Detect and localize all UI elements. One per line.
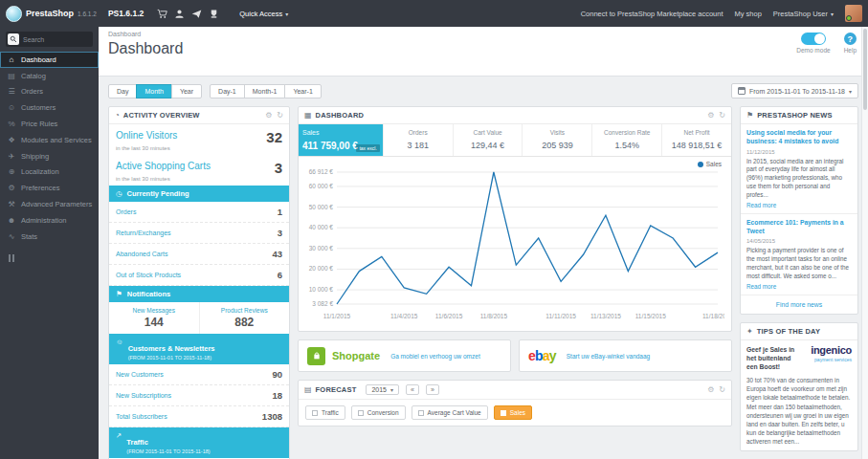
user-menu[interactable]: PrestaShop User ▾ (773, 10, 834, 18)
shopgate-promo-link[interactable]: Ga mobiel en verhoog uw omzet (390, 353, 480, 360)
dashboard-panel: ▦ DASHBOARD ⚙ ↻ Sales 411 759,00 € tax e… (298, 106, 732, 332)
sidebar-item-administration[interactable]: ☻ Administration (0, 212, 99, 229)
legend-chip-average-cart-value[interactable]: Average Cart Value (412, 405, 488, 420)
marketplace-link[interactable]: Connect to PrestaShop Marketplace accoun… (581, 10, 723, 18)
customer-icon[interactable] (170, 5, 188, 22)
new-messages-stat[interactable]: New Messages 144 (109, 302, 199, 334)
sidebar-item-orders[interactable]: ☰ Orders (0, 84, 99, 100)
gear-icon[interactable]: ⚙ (265, 111, 272, 120)
next-year-button[interactable]: » (426, 384, 439, 395)
panel-header: ⚑ PRESTASHOP NEWS (741, 107, 857, 124)
legend-chip-traffic[interactable]: Traffic (305, 405, 345, 420)
refresh-icon[interactable]: ↻ (277, 111, 283, 120)
article-title-link[interactable]: Using social media for your business: 4 … (746, 129, 852, 146)
online-visitors-sub: in the last 30 minutes (116, 145, 282, 151)
prestashop-logo-icon (6, 6, 22, 22)
cart-icon[interactable] (153, 5, 170, 22)
refresh-icon[interactable]: ↻ (719, 111, 725, 120)
paper-plane-icon[interactable] (188, 5, 205, 22)
filter-month-button[interactable]: Month (136, 84, 171, 98)
product-reviews-stat[interactable]: Product Reviews 882 (199, 302, 290, 334)
customers-row-total-subscribers[interactable]: Total Subscribers 1308 (109, 406, 289, 427)
checkbox-icon (418, 410, 424, 416)
filter-year-button[interactable]: Year (171, 84, 202, 98)
svg-text:11/6/2015: 11/6/2015 (435, 313, 463, 319)
tips-content: Geef je Sales in het buitenland een Boos… (741, 340, 857, 451)
sidebar-item-stats[interactable]: ∿ Stats (0, 229, 99, 245)
date-range-picker[interactable]: From 2015-11-01 To 2015-11-18 ▾ (731, 83, 858, 98)
filter-day-button[interactable]: Day (108, 84, 137, 98)
svg-text:11/15/2015: 11/15/2015 (635, 313, 666, 319)
scrollbar-thumb[interactable] (863, 29, 867, 110)
pending-row-out-of-stock[interactable]: Out of Stock Products 6 (109, 265, 289, 286)
pending-row-orders[interactable]: Orders 1 (109, 202, 289, 223)
my-shop-link[interactable]: My shop (735, 10, 762, 18)
customers-row-new-customers[interactable]: New Customers 90 (109, 364, 289, 385)
ebay-promo-link[interactable]: Start uw eBay-winkel vandaag (567, 353, 650, 360)
kpi-tab-visits[interactable]: Visits 205 939 (523, 124, 592, 156)
filter-day-1-button[interactable]: Day-1 (210, 84, 245, 98)
pending-row-returns[interactable]: Return/Exchanges 3 (109, 223, 289, 244)
help-button[interactable]: ? Help (844, 33, 857, 54)
avatar[interactable] (845, 5, 862, 22)
pending-row-abandoned-carts[interactable]: Abandoned Carts 43 (109, 244, 289, 265)
prestashop-logo[interactable]: PrestaShop 1.6.1.2 (0, 6, 102, 22)
year-select[interactable]: 2015 ▾ (366, 384, 399, 395)
kpi-tab-net-profit[interactable]: Net Profit 148 918,51 € (662, 124, 731, 156)
sidebar-collapse-button[interactable] (9, 254, 99, 262)
article-excerpt: In 2015, social media are an integral pa… (746, 158, 852, 200)
article-title-link[interactable]: Ecommerce 101: Payments in a Tweet (746, 219, 852, 236)
shopgate-brand: Shopgate (332, 350, 380, 361)
sidebar-item-label: Stats (21, 232, 37, 241)
filter-month-1-button[interactable]: Month-1 (244, 84, 286, 98)
demo-mode-toggle[interactable]: Demo mode (796, 33, 830, 54)
customers-title: Customers & Newsletters (128, 344, 215, 353)
online-visitors-label: Online Visitors (116, 130, 177, 141)
customers-row-new-subscriptions[interactable]: New Subscriptions 18 (109, 385, 289, 406)
online-visitors-value: 32 (266, 130, 282, 144)
refresh-icon[interactable]: ↻ (719, 385, 725, 394)
chart-legend[interactable]: Sales (698, 161, 722, 167)
chevron-down-icon: ▾ (831, 11, 834, 17)
kpi-tab-sales[interactable]: Sales 411 759,00 € tax excl. (299, 124, 384, 156)
legend-chip-sales[interactable]: Sales (494, 405, 532, 420)
sidebar-item-preferences[interactable]: ⚙ Preferences (0, 180, 99, 196)
svg-text:11/13/2015: 11/13/2015 (590, 313, 621, 319)
sidebar-item-modules[interactable]: ❖ Modules and Services (0, 132, 99, 148)
logo-version: 1.6.1.2 (78, 11, 97, 17)
sidebar-menu: ⌂ Dashboard ▤ Catalog ☰ Orders ☺ Custome… (0, 52, 99, 245)
sidebar-item-catalog[interactable]: ▤ Catalog (0, 68, 99, 84)
active-carts-stat[interactable]: Active Shopping Carts 3 in the last 30 m… (109, 155, 289, 186)
tips-of-the-day-panel: ✦ TIPS OF THE DAY Geef je Sales in het b… (740, 322, 858, 452)
gear-icon[interactable]: ⚙ (707, 385, 714, 394)
prev-year-button[interactable]: « (406, 384, 419, 395)
toggle-switch-icon[interactable] (801, 33, 826, 45)
quick-access-menu[interactable]: Quick Access ▾ (232, 0, 296, 27)
read-more-link[interactable]: Read more (746, 202, 852, 208)
currently-pending-header: ◷ Currently Pending (109, 186, 289, 202)
legend-chip-conversion[interactable]: Conversion (351, 405, 406, 420)
svg-text:66 912 €: 66 912 € (309, 168, 334, 175)
filter-year-1-button[interactable]: Year-1 (284, 84, 321, 98)
gear-icon[interactable]: ⚙ (707, 111, 714, 120)
sidebar-item-shipping[interactable]: ✈ Shipping (0, 148, 99, 164)
scrollbar[interactable] (861, 27, 868, 459)
activity-overview-panel: ◔ ACTIVITY OVERVIEW ⚙ ↻ Online Visitors … (108, 106, 290, 459)
kpi-tab-conversion-rate[interactable]: Conversion Rate 1.54% (592, 124, 662, 156)
flag-icon: ⚑ (116, 290, 122, 298)
sidebar-item-price-rules[interactable]: % Price Rules (0, 116, 99, 132)
sidebar-item-advanced-parameters[interactable]: ⚒ Advanced Parameters (0, 196, 99, 212)
article-excerpt: Picking a payment provider is one of the… (746, 247, 852, 280)
online-visitors-stat[interactable]: Online Visitors 32 in the last 30 minute… (109, 124, 289, 155)
sidebar-item-localization[interactable]: ⊕ Localization (0, 164, 99, 181)
search-input[interactable] (23, 36, 90, 43)
trophy-icon[interactable] (205, 5, 222, 22)
read-more-link[interactable]: Read more (746, 283, 852, 290)
clock-icon: ◷ (116, 189, 122, 198)
article-date: 11/12/2015 (746, 149, 852, 155)
kpi-tab-cart-value[interactable]: Cart Value 129,44 € (454, 124, 523, 156)
find-more-news-link[interactable]: Find more news (741, 295, 857, 314)
sidebar-item-customers[interactable]: ☺ Customers (0, 99, 99, 116)
kpi-tab-orders[interactable]: Orders 3 181 (384, 124, 454, 156)
sidebar-item-dashboard[interactable]: ⌂ Dashboard (0, 52, 99, 68)
